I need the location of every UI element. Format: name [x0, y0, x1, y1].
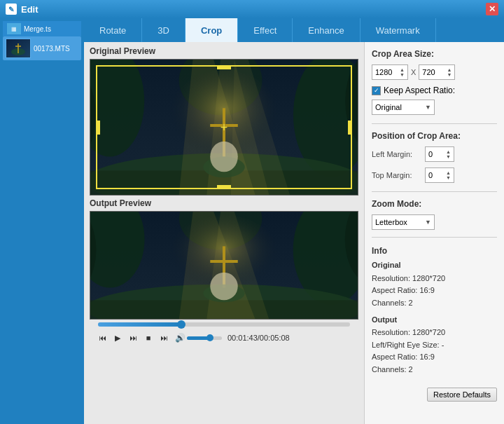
volume-thumb: [206, 334, 214, 341]
tab-watermark[interactable]: Watermark: [360, 18, 436, 42]
window-title: Edit: [21, 4, 38, 15]
top-margin-row: Top Margin: 0 ▲ ▼: [372, 167, 497, 183]
right-panel: Crop Area Size: 1280 ▲ ▼ X 720 ▲: [364, 42, 504, 424]
crop-size-row: 1280 ▲ ▼ X 720 ▲ ▼: [372, 64, 497, 80]
tab-enhance[interactable]: Enhance: [293, 18, 360, 42]
crop-handle-top[interactable]: [217, 65, 231, 69]
aspect-dropdown-row: Original ▼: [372, 100, 497, 115]
out-channels-row: Channels: 2: [372, 364, 497, 376]
crop-height-input[interactable]: 720 ▲ ▼: [419, 64, 455, 80]
file-item[interactable]: 00173.MTS: [3, 36, 81, 60]
aspect-dropdown[interactable]: Original ▼: [372, 100, 435, 115]
keep-aspect-row: ✓ Keep Aspect Ratio:: [372, 86, 497, 95]
left-margin-label: Left Margin:: [372, 150, 422, 158]
original-info: Original Resolution: 1280*720 Aspect Rat…: [372, 259, 497, 309]
crop-size-label: Crop Area Size:: [372, 49, 497, 59]
top-margin-down[interactable]: ▼: [446, 175, 451, 180]
playback-controls: [90, 320, 358, 329]
left-margin-row: Left Margin: 0 ▲ ▼: [372, 146, 497, 162]
step-forward-button[interactable]: ⏭: [126, 331, 140, 345]
original-preview-canvas: +: [90, 59, 358, 196]
time-display: 00:01:43/00:05:08: [227, 334, 290, 342]
progress-bar[interactable]: [98, 322, 350, 327]
left-margin-down[interactable]: ▼: [446, 154, 451, 159]
stop-button[interactable]: ■: [141, 331, 155, 345]
top-margin-input[interactable]: 0 ▲ ▼: [425, 167, 454, 183]
aspect-dropdown-arrow: ▼: [425, 104, 431, 111]
divider-3: [372, 237, 497, 238]
tab-crop[interactable]: Crop: [186, 18, 238, 42]
progress-fill: [98, 322, 181, 327]
x-separator: X: [411, 68, 416, 76]
original-info-title: Original: [372, 259, 497, 272]
skip-back-button[interactable]: ⏮: [95, 331, 109, 345]
zoom-dropdown-arrow: ▼: [425, 219, 431, 226]
zoom-mode-label: Zoom Mode:: [372, 199, 497, 209]
orig-resolution-row: Resolution: 1280*720: [372, 273, 497, 285]
height-down-arrow[interactable]: ▼: [447, 72, 451, 77]
file-list-panel: ▦ Merge.ts 00173.MTS: [0, 18, 84, 424]
top-margin-label: Top Margin:: [372, 171, 422, 179]
crop-handle-left[interactable]: [96, 121, 100, 135]
original-preview-label: Original Preview: [90, 46, 358, 56]
keep-aspect-checkbox[interactable]: ✓: [372, 86, 381, 95]
zoom-dropdown[interactable]: Letterbox ▼: [372, 214, 435, 230]
output-preview-label: Output Preview: [90, 198, 358, 208]
top-margin-up[interactable]: ▲: [446, 170, 451, 175]
merge-item[interactable]: ▦ Merge.ts: [3, 21, 81, 36]
out-aspect-row: Aspect Ratio: 16:9: [372, 351, 497, 364]
merge-icon: ▦: [7, 23, 21, 34]
svg-point-19: [210, 142, 238, 172]
out-resolution-row: Resolution: 1280*720: [372, 327, 497, 339]
keep-aspect-label: Keep Aspect Ratio:: [384, 86, 455, 95]
restore-defaults-button[interactable]: Restore Defaults: [427, 388, 497, 402]
title-bar: ✎ Edit ✕: [0, 0, 504, 18]
divider-1: [372, 123, 497, 124]
tab-3d[interactable]: 3D: [142, 18, 186, 42]
crop-handle-bottom[interactable]: [217, 185, 231, 189]
left-margin-input[interactable]: 0 ▲ ▼: [425, 146, 454, 162]
file-thumbnail: [6, 39, 31, 58]
progress-thumb: [177, 320, 186, 329]
volume-icon: 🔊: [175, 333, 186, 343]
orig-aspect-row: Aspect Ratio: 16:9: [372, 285, 497, 297]
volume-slider[interactable]: [187, 336, 222, 340]
crop-handle-right[interactable]: [348, 121, 352, 135]
width-up-arrow[interactable]: ▲: [400, 67, 405, 72]
output-info-title: Output: [372, 314, 497, 327]
tab-bar: Rotate 3D Crop Effect Enhance Watermark: [84, 18, 504, 42]
tab-rotate[interactable]: Rotate: [84, 18, 142, 42]
preview-area: Original Preview: [84, 42, 364, 424]
divider-2: [372, 191, 497, 192]
merge-label: Merge.ts: [24, 25, 51, 33]
info-title: Info: [372, 245, 497, 258]
crop-width-input[interactable]: 1280 ▲ ▼: [372, 64, 408, 80]
orig-channels-row: Channels: 2: [372, 297, 497, 310]
output-preview-canvas: [90, 211, 358, 320]
info-section: Info Original Resolution: 1280*720 Aspec…: [372, 245, 497, 381]
height-up-arrow[interactable]: ▲: [447, 67, 451, 72]
window-close-button[interactable]: ✕: [486, 3, 498, 15]
out-eye-row: Left/Right Eye Size: -: [372, 339, 497, 352]
app-icon: ✎: [6, 4, 17, 15]
output-info: Output Resolution: 1280*720 Left/Right E…: [372, 314, 497, 376]
play-button[interactable]: ▶: [111, 331, 125, 345]
position-label: Position of Crop Area:: [372, 131, 497, 141]
tab-effect[interactable]: Effect: [238, 18, 293, 42]
width-down-arrow[interactable]: ▼: [400, 72, 405, 77]
left-margin-up[interactable]: ▲: [446, 149, 451, 154]
skip-end-button[interactable]: ⏭: [157, 331, 171, 345]
file-name: 00173.MTS: [34, 45, 70, 53]
svg-point-34: [210, 273, 237, 300]
